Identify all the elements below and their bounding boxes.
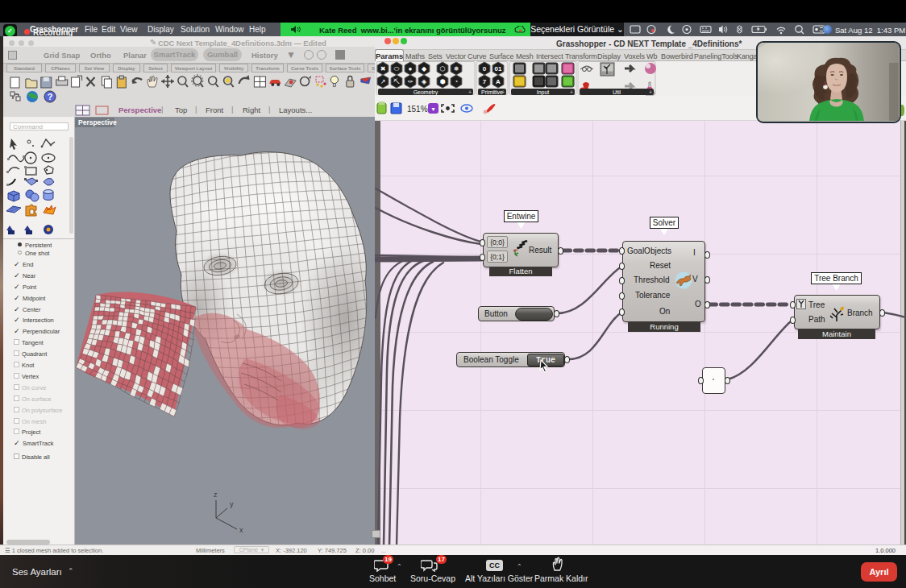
svg-text:⬢: ⬢ xyxy=(440,78,446,85)
svg-text:Input: Input xyxy=(537,89,550,96)
svg-text:✖: ✖ xyxy=(380,65,386,72)
svg-text:◔: ◔ xyxy=(455,78,459,85)
svg-text:✑: ✑ xyxy=(408,78,414,85)
svg-text:x: x xyxy=(239,526,243,534)
svg-text:z: z xyxy=(214,491,218,499)
svg-text:0: 0 xyxy=(483,65,487,72)
svg-text:❅: ❅ xyxy=(454,65,459,72)
svg-text:01: 01 xyxy=(495,65,502,72)
svg-text:⬭: ⬭ xyxy=(394,65,400,72)
svg-text:Geometry: Geometry xyxy=(414,89,438,96)
svg-text:+: + xyxy=(468,89,472,95)
svg-text:7: 7 xyxy=(483,78,487,85)
svg-text:⬡: ⬡ xyxy=(440,65,446,72)
svg-text:Util: Util xyxy=(613,89,621,95)
svg-text:⛏: ⛏ xyxy=(393,78,400,85)
svg-text:◆: ◆ xyxy=(422,65,427,72)
svg-text:↗: ↗ xyxy=(380,78,386,85)
svg-text:151%: 151% xyxy=(407,105,428,114)
svg-text:Primitive: Primitive xyxy=(481,89,503,95)
svg-text:◈: ◈ xyxy=(422,78,427,85)
svg-text:?: ? xyxy=(48,92,53,101)
svg-text:▾: ▾ xyxy=(431,106,434,113)
svg-text:●: ● xyxy=(409,65,413,72)
svg-text:+: + xyxy=(570,89,573,95)
svg-text:y: y xyxy=(230,500,234,508)
svg-text:A: A xyxy=(496,78,501,85)
svg-text:+: + xyxy=(649,89,652,95)
svg-text:+: + xyxy=(501,89,505,95)
